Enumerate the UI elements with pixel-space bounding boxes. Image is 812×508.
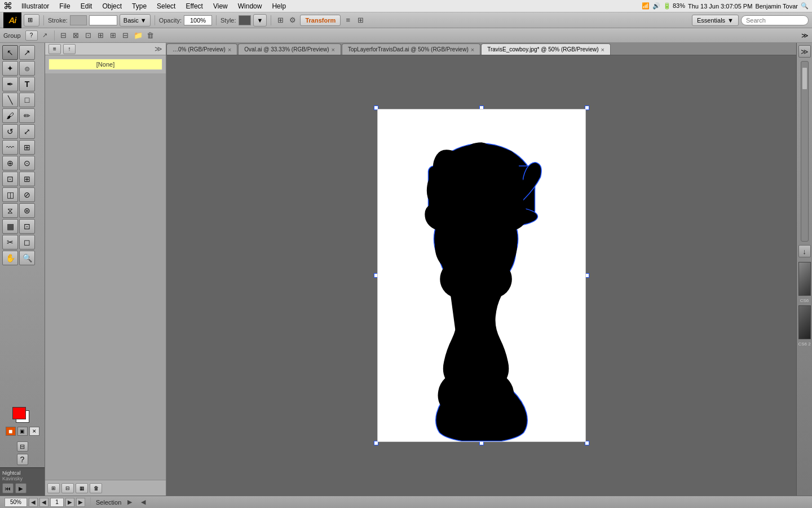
tab-2[interactable]: TopLayerforTravisDad.ai @ 50% (RGB/Previ…	[342, 43, 480, 55]
menu-effect[interactable]: Effect	[181, 1, 207, 11]
scale-tool[interactable]: ⤢	[19, 124, 35, 139]
workspace-switcher[interactable]: ⊞	[24, 14, 39, 27]
menu-view[interactable]: View	[209, 1, 232, 11]
line-tool[interactable]: ╲	[2, 93, 18, 107]
align-bottom-icon[interactable]: ⊟	[121, 30, 131, 41]
direct-selection-tool[interactable]: ↗	[19, 45, 35, 60]
rotate-tool[interactable]: ↺	[2, 124, 18, 139]
gradient-tool[interactable]: ◫	[2, 187, 18, 202]
column-graph-tool[interactable]: ▦	[2, 219, 18, 234]
settings-icon[interactable]: ⚙	[288, 15, 298, 25]
zoom-input[interactable]	[5, 498, 27, 507]
pen-tool[interactable]: ✒	[2, 77, 18, 91]
stroke-options-btn[interactable]: Basic ▼	[120, 14, 151, 27]
slice-tool[interactable]: ⊡	[19, 219, 35, 234]
search-input[interactable]	[741, 15, 809, 25]
symbol-sprayer-tool[interactable]: ⊛	[19, 203, 35, 218]
stroke-color-swatch[interactable]	[70, 15, 87, 25]
warp-tool[interactable]: 〰	[2, 140, 18, 155]
eraser-tool[interactable]: ◻	[19, 235, 35, 249]
trash-icon[interactable]: 🗑	[145, 30, 156, 41]
layers-icon-btn[interactable]: ≡	[48, 44, 61, 54]
tab-close-2[interactable]: ×	[471, 46, 474, 53]
none-mode-btn[interactable]: ✕	[29, 427, 39, 436]
help-btn[interactable]: ?	[25, 30, 38, 41]
scroll-down-btn[interactable]: ↓	[798, 245, 811, 257]
move-to-layer-btn[interactable]: ⊟	[61, 483, 74, 493]
stroke-weight-input[interactable]	[90, 17, 117, 23]
align-right-icon[interactable]: ⊡	[83, 30, 94, 41]
tab-close-1[interactable]: ×	[332, 46, 335, 53]
pencil-tool[interactable]: ✏	[19, 108, 35, 123]
live-paint-bucket-tool[interactable]: ⊙	[19, 156, 35, 170]
menu-illustrator[interactable]: Illustrator	[17, 1, 54, 11]
pathfinder-icon[interactable]: ⊞	[355, 15, 365, 25]
search-icon[interactable]: 🔍	[801, 2, 809, 10]
type-tool[interactable]: T	[19, 77, 35, 91]
menu-select[interactable]: Select	[152, 1, 180, 11]
gradient-mode-btn[interactable]: ▣	[17, 427, 28, 436]
color-swatches[interactable]	[12, 407, 33, 425]
menu-window[interactable]: Window	[233, 1, 267, 11]
page-input[interactable]	[50, 498, 64, 507]
layers-panel-close[interactable]: ≫	[155, 45, 162, 53]
selection-tool[interactable]: ↖	[2, 45, 18, 60]
zoom-tool[interactable]: 🔍	[19, 251, 35, 265]
menu-help[interactable]: Help	[267, 1, 290, 11]
essentials-button[interactable]: Essentials ▼	[692, 15, 739, 26]
scissors-tool[interactable]: ✂	[2, 235, 18, 249]
lasso-tool[interactable]: ⌾	[19, 61, 35, 76]
align-top-icon[interactable]: ⊞	[96, 30, 106, 41]
free-transform-tool[interactable]: ⊞	[19, 140, 35, 155]
tab-3[interactable]: TravisE_cowboy.jpg* @ 50% (RGB/Preview) …	[481, 43, 611, 55]
tab-close-3[interactable]: ×	[601, 46, 604, 53]
apple-menu[interactable]: ⌘	[3, 1, 12, 11]
opacity-input[interactable]	[184, 15, 212, 25]
tab-1[interactable]: Oval.ai @ 33.33% (RGB/Preview) ×	[238, 43, 341, 55]
hand-tool[interactable]: ✋	[2, 251, 18, 265]
magic-wand-tool[interactable]: ✦	[2, 61, 18, 76]
status-info-expand[interactable]: ◀	[138, 497, 148, 507]
delete-layer-btn[interactable]: 🗑	[90, 483, 102, 493]
status-tool-arrow[interactable]: ▶	[125, 497, 135, 507]
paintbrush-tool[interactable]: 🖌	[2, 108, 18, 123]
menu-object[interactable]: Object	[98, 1, 126, 11]
rectangle-tool[interactable]: □	[19, 93, 35, 107]
stroke-weight-field[interactable]	[89, 15, 117, 25]
align-vcenter-icon[interactable]: ⊞	[108, 30, 118, 41]
grid-icon[interactable]: ⊞	[275, 15, 285, 25]
align-left-icon[interactable]: ⊟	[59, 30, 69, 41]
media-prev-btn[interactable]: ⏮	[2, 483, 14, 493]
new-layer-btn[interactable]: ⊞	[47, 483, 60, 493]
isolate-icon[interactable]: ↗	[40, 30, 50, 41]
layer-options-btn[interactable]: ▦	[76, 483, 88, 493]
screen-mode-btn[interactable]: ⊟	[17, 441, 28, 452]
tab-close-0[interactable]: ×	[228, 46, 231, 53]
folder-icon[interactable]: 📁	[133, 30, 143, 41]
mesh-tool[interactable]: ⊞	[19, 172, 35, 186]
style-preview[interactable]	[239, 15, 251, 25]
layers-scroll-up[interactable]: ↑	[63, 44, 76, 54]
align-center-icon[interactable]: ⊠	[71, 30, 81, 41]
menu-type[interactable]: Type	[127, 1, 151, 11]
media-play-btn[interactable]: ▶	[15, 483, 27, 493]
transform-button[interactable]: Transform	[300, 15, 341, 26]
style-dropdown[interactable]: ▼	[253, 14, 267, 27]
next-page-btn[interactable]: ▶	[65, 498, 74, 507]
tab-0[interactable]: …0% (RGB/Preview) ×	[166, 43, 237, 55]
help-tool-btn[interactable]: ?	[17, 454, 28, 465]
none-color-swatch[interactable]: [None]	[48, 59, 162, 70]
perspective-grid-tool[interactable]: ⊡	[2, 172, 18, 186]
stroke-swatch[interactable]	[12, 407, 26, 419]
color-mode-btn[interactable]: ◼	[6, 427, 16, 436]
zoom-increment[interactable]: ▶	[76, 498, 85, 507]
shape-builder-tool[interactable]: ⊕	[2, 156, 18, 170]
blend-tool[interactable]: ⧖	[2, 203, 18, 218]
eyedropper-tool[interactable]: ⊘	[19, 187, 35, 202]
align-icon[interactable]: ≡	[343, 15, 353, 25]
menu-edit[interactable]: Edit	[76, 1, 97, 11]
menu-file[interactable]: File	[55, 1, 74, 11]
panel-toggle-btn[interactable]: ≫	[798, 45, 811, 58]
prev-page-btn[interactable]: ◀	[39, 498, 48, 507]
zoom-decrement[interactable]: ◀	[29, 498, 38, 507]
